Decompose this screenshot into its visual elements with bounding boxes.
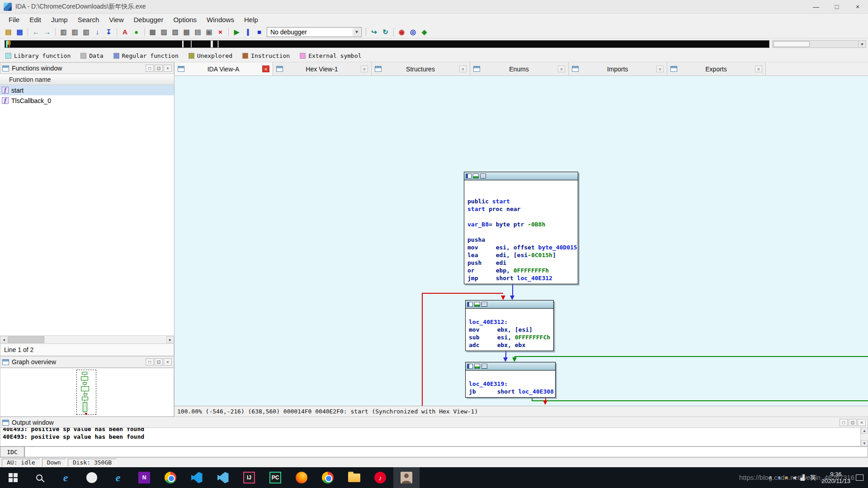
navigate-back-icon[interactable]: ← <box>30 27 42 37</box>
close-icon[interactable]: × <box>858 419 866 426</box>
output-scrollbar[interactable]: ▲ ▼ <box>860 427 868 446</box>
function-row-tlscallback_0[interactable]: fTlsCallback_0 <box>0 95 174 106</box>
taskbar-app-vscode[interactable] <box>184 467 210 488</box>
float-icon[interactable]: ⊡ <box>155 358 163 366</box>
menu-options[interactable]: Options <box>168 14 202 25</box>
cancel-icon[interactable]: × <box>215 27 226 37</box>
search-next-icon[interactable]: ▥ <box>80 27 92 37</box>
search-binary-icon[interactable]: ▥ <box>69 27 80 37</box>
taskbar-app-wechat[interactable] <box>79 467 105 488</box>
graph-view-canvas[interactable]: public startstart proc near var_B8= byte… <box>175 76 868 406</box>
node-collapse-icon[interactable] <box>467 364 473 369</box>
close-icon[interactable]: × <box>164 65 172 72</box>
function-name-column-header[interactable]: Function name <box>0 74 174 85</box>
save-file-icon[interactable]: ▦ <box>14 27 25 37</box>
make-enum-icon[interactable]: ▦ <box>181 27 192 37</box>
function-row-start[interactable]: fstart <box>0 85 174 95</box>
tab-exports[interactable]: Exports× <box>667 62 766 75</box>
output-log[interactable]: 40E493: positive sp value has been found… <box>0 427 868 446</box>
close-icon[interactable]: × <box>164 358 172 366</box>
breakpoint-list-icon[interactable]: ◉ <box>396 27 407 37</box>
step-over-icon[interactable]: ↪ <box>368 27 380 37</box>
taskbar-app-vscode-insiders[interactable] <box>210 467 236 488</box>
node-collapse-icon[interactable] <box>466 174 472 178</box>
tab-hex-view-1[interactable]: Hex View-1× <box>273 62 372 75</box>
chevron-down-icon[interactable]: ▾ <box>353 28 361 36</box>
taskbar-app-photos[interactable] <box>393 467 420 488</box>
float-icon[interactable]: ⊡ <box>155 65 163 72</box>
pause-process-icon[interactable]: ∥ <box>242 27 254 37</box>
taskbar-app-explorer[interactable] <box>341 467 367 488</box>
menu-debugger[interactable]: Debugger <box>129 14 169 25</box>
node-color-icon[interactable] <box>474 364 480 369</box>
node-color-icon[interactable] <box>474 302 480 307</box>
set-color-icon[interactable]: ▣ <box>203 27 215 37</box>
taskbar-app-pycharm[interactable]: PC <box>262 467 288 488</box>
tab-close-icon[interactable]: × <box>262 66 269 72</box>
command-line-input[interactable] <box>24 446 868 457</box>
graph-overview-minimap[interactable] <box>0 368 174 417</box>
menu-edit[interactable]: Edit <box>24 14 46 25</box>
restore-icon[interactable]: □ <box>146 65 154 72</box>
make-code-icon[interactable]: ▩ <box>147 27 158 37</box>
start-button[interactable] <box>0 467 26 488</box>
refresh-icon[interactable]: ↻ <box>380 27 391 37</box>
idc-language-button[interactable]: IDC <box>0 446 24 457</box>
node-titlebar[interactable] <box>466 362 555 371</box>
node-color-icon[interactable] <box>473 174 479 178</box>
watch-list-icon[interactable]: ◎ <box>407 27 419 37</box>
tab-close-icon[interactable]: × <box>558 66 565 72</box>
menu-view[interactable]: View <box>104 14 128 25</box>
debugger-select[interactable]: No debugger▾ <box>267 27 362 37</box>
scroll-thumb[interactable] <box>8 336 44 343</box>
navband-scroll-thumb[interactable] <box>774 41 810 47</box>
taskbar-app-onenote[interactable]: N <box>131 467 157 488</box>
action-center-icon[interactable] <box>856 474 863 481</box>
menu-file[interactable]: File <box>4 14 24 25</box>
node-text-icon[interactable] <box>481 302 487 307</box>
node-loc-40E312[interactable]: loc_40E312:mov ebx, [esi]sub esi, 0FFFFF… <box>465 300 554 351</box>
make-data-icon[interactable]: ▨ <box>158 27 170 37</box>
run-indicator-icon[interactable]: ● <box>131 27 142 37</box>
taskbar-app-chrome[interactable] <box>157 467 184 488</box>
scroll-right-icon[interactable]: ▸ <box>166 336 174 343</box>
node-loc-40E319[interactable]: loc_40E319:jb short loc_40E308 <box>465 362 556 398</box>
menu-help[interactable]: Help <box>239 14 263 25</box>
menu-windows[interactable]: Windows <box>202 14 239 25</box>
taskbar-app-chrome-2[interactable] <box>315 467 341 488</box>
scroll-left-icon[interactable]: ◂ <box>0 336 8 343</box>
node-start[interactable]: public startstart proc near var_B8= byte… <box>464 172 578 284</box>
float-icon[interactable]: ⊡ <box>849 419 857 426</box>
tab-close-icon[interactable]: × <box>361 66 368 72</box>
node-titlebar[interactable] <box>466 300 553 309</box>
maximize-button[interactable]: □ <box>826 0 847 13</box>
tab-imports[interactable]: Imports× <box>569 62 667 75</box>
restore-icon[interactable]: □ <box>146 358 154 366</box>
menu-search[interactable]: Search <box>73 14 104 25</box>
trace-icon[interactable]: ◈ <box>419 27 430 37</box>
tab-close-icon[interactable]: × <box>755 66 762 72</box>
tab-enums[interactable]: Enums× <box>470 62 569 75</box>
functions-horizontal-scrollbar[interactable]: ◂ ▸ <box>0 335 174 343</box>
tab-close-icon[interactable]: × <box>656 66 664 72</box>
scroll-up-icon[interactable]: ▲ <box>861 427 868 434</box>
taskbar-app-music[interactable]: ♪ <box>367 467 393 488</box>
node-text-icon[interactable] <box>480 174 486 178</box>
taskbar-app-edge[interactable]: e <box>105 467 131 488</box>
node-titlebar[interactable] <box>464 172 578 180</box>
navigate-forward-icon[interactable]: → <box>42 27 53 37</box>
taskbar-app-intellij[interactable]: IJ <box>236 467 262 488</box>
tab-structures[interactable]: Structures× <box>372 62 470 75</box>
start-process-icon[interactable]: ▶ <box>231 27 242 37</box>
taskbar-search-button[interactable] <box>26 467 52 488</box>
restore-icon[interactable]: □ <box>840 419 848 426</box>
stop-process-icon[interactable]: ■ <box>254 27 265 37</box>
scroll-down-icon[interactable]: ▼ <box>861 440 868 446</box>
jump-address-icon[interactable]: ↓ <box>92 27 103 37</box>
minimize-button[interactable]: — <box>806 0 826 13</box>
navband-track[interactable] <box>5 40 769 48</box>
taskbar-app-edge-dev[interactable]: e <box>52 467 79 488</box>
chevron-down-icon[interactable]: ▾ <box>858 41 866 47</box>
tab-close-icon[interactable]: × <box>459 66 467 72</box>
jump-xref-icon[interactable]: ↧ <box>103 27 114 37</box>
